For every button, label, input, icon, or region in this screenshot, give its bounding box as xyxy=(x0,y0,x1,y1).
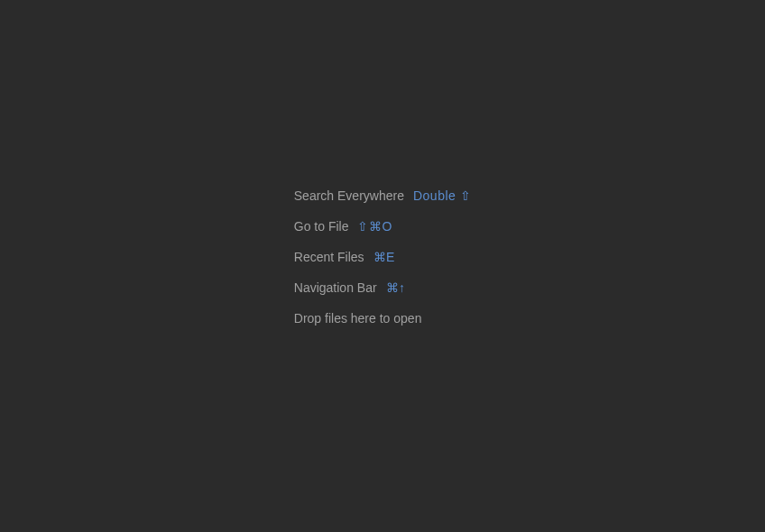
hint-label: Go to File xyxy=(294,219,349,234)
hint-shortcut: ⌘E xyxy=(373,250,395,264)
hint-shortcut: ⇧⌘O xyxy=(357,219,392,234)
hint-recent-files[interactable]: Recent Files ⌘E xyxy=(294,250,471,264)
hint-go-to-file[interactable]: Go to File ⇧⌘O xyxy=(294,219,471,234)
hint-label: Search Everywhere xyxy=(294,188,404,203)
hint-navigation-bar[interactable]: Navigation Bar ⌘↑ xyxy=(294,280,471,295)
hint-label: Drop files here to open xyxy=(294,311,422,326)
hint-shortcut: Double ⇧ xyxy=(413,188,471,203)
hint-label: Recent Files xyxy=(294,250,364,264)
hint-search-everywhere[interactable]: Search Everywhere Double ⇧ xyxy=(294,188,471,203)
hint-shortcut: ⌘↑ xyxy=(386,280,406,295)
hint-label: Navigation Bar xyxy=(294,280,377,295)
empty-editor-hints: Search Everywhere Double ⇧ Go to File ⇧⌘… xyxy=(294,188,471,326)
hint-drop-files: Drop files here to open xyxy=(294,311,471,326)
